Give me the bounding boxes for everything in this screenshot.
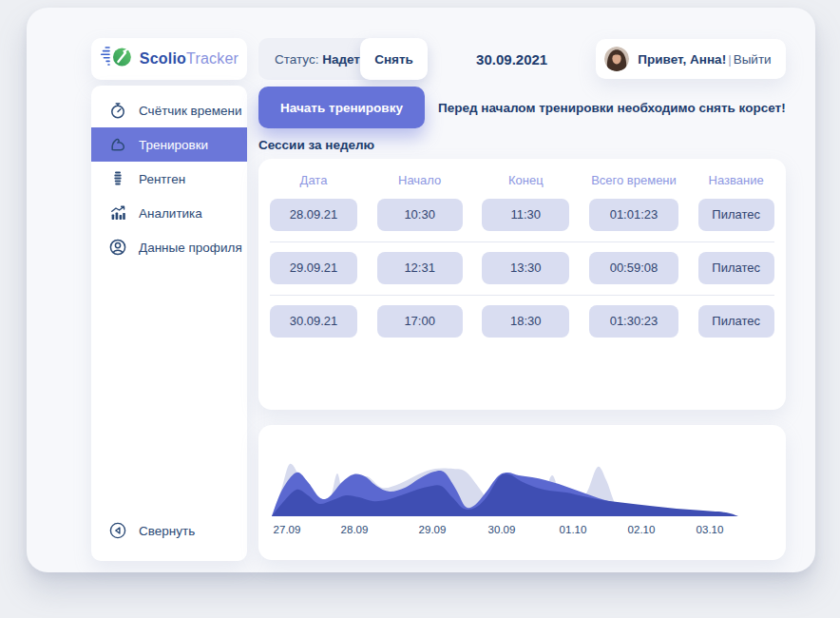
separator: | — [728, 52, 732, 67]
table-cell-pill: 01:01:23 — [589, 199, 678, 231]
app-window: ScolioTracker Счётчик времени — [27, 8, 815, 572]
table-cell-pill: 00:59:08 — [589, 252, 678, 284]
sessions-title: Сессии за неделю — [258, 138, 786, 152]
area-chart — [258, 425, 751, 518]
sessions-table: ДатаНачалоКонецВсего времениНазвание 28.… — [258, 159, 786, 410]
biceps-icon — [108, 135, 127, 154]
column-header: Название — [698, 173, 774, 187]
column-header: Дата — [270, 173, 357, 187]
table-cell-pill: 10:30 — [377, 199, 463, 231]
x-axis-label: 02.10 — [628, 524, 656, 535]
start-training-button[interactable]: Начать тренировку — [258, 87, 425, 128]
sidebar-item-label: Тренировки — [139, 138, 208, 152]
table-cell-pill: Пилатес — [698, 199, 774, 231]
sidebar-item-xray[interactable]: Рентген — [91, 162, 247, 196]
sidebar: Счётчик времени Тренировки — [91, 86, 247, 561]
x-axis-label: 29.09 — [419, 524, 447, 535]
brand-name: ScolioTracker — [140, 50, 239, 68]
page-background: ScolioTracker Счётчик времени — [0, 0, 840, 618]
spine-icon — [108, 169, 127, 188]
table-cell-pill: Пилатес — [698, 252, 774, 284]
sidebar-item-analytics[interactable]: Аналитика — [91, 196, 247, 230]
table-row: 29.09.2112:3113:3000:59:08Пилатес — [270, 241, 774, 295]
table-body: 28.09.2110:3011:3001:01:23Пилатес29.09.2… — [270, 189, 774, 348]
action-row: Начать тренировку Перед началом трениров… — [258, 87, 786, 128]
sidebar-collapse[interactable]: Свернуть — [91, 513, 247, 548]
stopwatch-icon — [108, 101, 127, 120]
table-cell-pill: 01:30:23 — [589, 305, 678, 338]
logo-icon — [100, 43, 134, 75]
column-header: Начало — [377, 173, 463, 187]
collapse-arrow-icon — [108, 521, 127, 540]
x-axis-labels: 27.0928.0929.0930.0901.1002.1003.10 — [258, 524, 786, 539]
table-cell-pill: Пилатес — [698, 305, 774, 338]
x-axis-label: 30.09 — [488, 524, 516, 535]
sidebar-spacer — [91, 264, 247, 513]
analytics-icon — [108, 203, 127, 222]
sidebar-column: ScolioTracker Счётчик времени — [91, 38, 247, 572]
table-cell-pill: 12:31 — [377, 252, 463, 284]
brand-light: Tracker — [186, 50, 239, 67]
greeting: Привет, Анна!|Выйти — [638, 52, 771, 67]
collapse-label: Свернуть — [139, 524, 195, 538]
sidebar-item-label: Аналитика — [139, 206, 202, 221]
main-content: Статус: Надет Снять 30.09.2021 — [258, 38, 786, 572]
corset-status: Статус: Надет — [275, 52, 360, 67]
sidebar-item-label: Данные профиля — [139, 241, 242, 255]
table-cell-pill: 13:30 — [482, 252, 569, 284]
warning-text: Перед началом тренировки необходимо снят… — [438, 101, 786, 115]
table-row: 28.09.2110:3011:3001:01:23Пилатес — [270, 189, 774, 241]
x-axis-label: 01.10 — [560, 524, 587, 535]
profile-icon — [108, 238, 127, 257]
topbar: Статус: Надет Снять 30.09.2021 — [258, 38, 786, 80]
sidebar-item-timer[interactable]: Счётчик времени — [91, 93, 247, 127]
logout-link[interactable]: Выйти — [734, 52, 772, 67]
greeting-text: Привет, Анна! — [638, 52, 726, 67]
sidebar-item-profile[interactable]: Данные профиля — [91, 230, 247, 264]
x-axis-label: 27.09 — [274, 524, 301, 535]
status-label: Статус: — [275, 52, 318, 67]
user-card: Привет, Анна!|Выйти — [596, 39, 785, 79]
table-cell-pill: 28.09.21 — [270, 199, 357, 231]
table-row: 30.09.2117:0018:3001:30:23Пилатес — [270, 295, 774, 348]
brand-bold: Scolio — [140, 50, 186, 67]
current-date: 30.09.2021 — [428, 51, 596, 68]
status-value: Надет — [322, 52, 360, 67]
avatar — [604, 47, 629, 71]
table-header-row: ДатаНачалоКонецВсего времениНазвание — [270, 170, 774, 189]
table-cell-pill: 18:30 — [482, 305, 569, 338]
table-cell-pill: 29.09.21 — [270, 252, 357, 284]
column-header: Конец — [482, 173, 569, 187]
table-cell-pill: 17:00 — [377, 305, 463, 338]
table-cell-pill: 30.09.21 — [270, 305, 357, 338]
sidebar-item-trainings[interactable]: Тренировки — [91, 127, 247, 162]
remove-corset-button[interactable]: Снять — [360, 38, 428, 80]
sidebar-item-label: Рентген — [139, 172, 185, 186]
x-axis-label: 03.10 — [697, 524, 724, 535]
sidebar-item-label: Счётчик времени — [139, 104, 242, 118]
logo: ScolioTracker — [91, 38, 247, 80]
column-header: Всего времени — [589, 173, 678, 187]
table-cell-pill: 11:30 — [482, 199, 569, 231]
weekly-chart-card: 27.0928.0929.0930.0901.1002.1003.10 — [258, 425, 786, 560]
status-card: Статус: Надет Снять — [258, 38, 428, 80]
x-axis-label: 28.09 — [341, 524, 369, 535]
